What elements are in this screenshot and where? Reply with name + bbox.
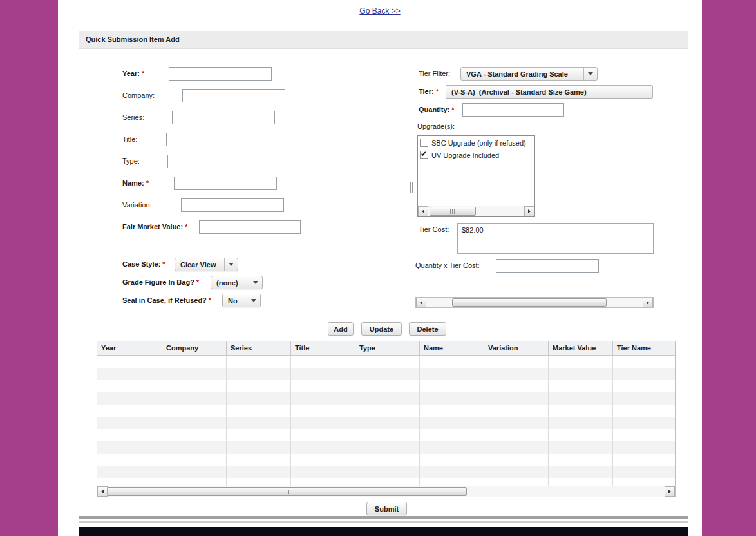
upgrades-listbox[interactable]: SBC Upgrade (only if refused) UV Upgrade… (417, 135, 535, 217)
panel-hscrollbar[interactable] (415, 297, 654, 308)
delete-button[interactable]: Delete (409, 322, 446, 336)
grip-icon (527, 300, 533, 305)
page-title: Quick Submission Item Add (79, 31, 688, 48)
name-label: Name:* (122, 179, 149, 187)
seal-in-case-dropdown[interactable]: No (222, 294, 261, 307)
grade-figure-in-bag-value: (none) (211, 279, 249, 287)
footer-divider (79, 521, 688, 523)
footer-bar (79, 527, 688, 536)
submit-button[interactable]: Submit (366, 502, 407, 515)
title-label: Title: (122, 135, 137, 143)
required-asterisk: * (209, 296, 211, 304)
required-asterisk: * (142, 70, 144, 77)
fair-market-value-input[interactable] (199, 220, 301, 234)
required-asterisk: * (162, 260, 165, 268)
grade-figure-in-bag-label: Grade Figure In Bag?* (122, 278, 199, 286)
tier-filter-value: VGA - Standard Grading Scale (461, 70, 583, 78)
upgrades-label: Upgrade(s): (417, 122, 455, 130)
col-header-title: Title (291, 341, 355, 355)
scrollbar-track[interactable] (108, 486, 665, 497)
tier-cost-label: Tier Cost: (419, 225, 449, 233)
company-input[interactable] (182, 89, 285, 102)
table-column (97, 356, 162, 486)
type-label: Type: (122, 157, 140, 165)
col-header-series: Series (227, 341, 291, 355)
col-header-type: Type (355, 341, 420, 355)
upgrade-option-label: UV Upgrade Included (431, 151, 499, 159)
case-style-label: Case Style:* (122, 260, 165, 268)
name-input[interactable] (174, 177, 277, 190)
table-hscrollbar[interactable] (97, 486, 675, 497)
tier-filter-dropdown[interactable]: VGA - Standard Grading Scale (460, 67, 598, 81)
title-input[interactable] (166, 133, 269, 146)
series-input[interactable] (172, 111, 275, 124)
series-label: Series: (122, 113, 144, 121)
required-asterisk: * (146, 179, 149, 187)
table-column (549, 356, 613, 486)
required-asterisk: * (436, 88, 439, 95)
items-table: Year Company Series Title Type Name Vari… (97, 341, 676, 497)
uv-upgrade-checkbox[interactable] (420, 151, 428, 159)
table-column (484, 356, 549, 486)
chevron-down-icon (247, 294, 260, 307)
grip-icon (450, 209, 456, 214)
scroll-left-arrow-icon[interactable] (97, 486, 108, 497)
listbox-hscrollbar[interactable] (418, 206, 534, 216)
chevron-down-icon (583, 68, 597, 80)
variation-input[interactable] (181, 198, 284, 212)
chevron-down-icon (249, 276, 262, 289)
table-column (420, 356, 484, 486)
col-header-company: Company (162, 341, 227, 355)
required-asterisk: * (196, 278, 199, 286)
col-header-market-value: Market Value (549, 341, 613, 355)
go-back-link[interactable]: Go Back >> (359, 6, 400, 15)
grade-figure-in-bag-dropdown[interactable]: (none) (211, 276, 263, 289)
scrollbar-thumb[interactable] (430, 207, 476, 216)
quantity-x-tier-cost-input[interactable] (496, 259, 599, 273)
col-header-year: Year (97, 341, 162, 355)
table-header: Year Company Series Title Type Name Vari… (97, 341, 675, 356)
year-label: Year:* (122, 70, 144, 77)
update-button[interactable]: Update (361, 322, 402, 336)
scrollbar-track[interactable] (426, 298, 643, 307)
scroll-right-arrow-icon[interactable] (524, 206, 534, 216)
chevron-down-icon (224, 258, 238, 271)
seal-in-case-label: Seal in Case, if Refused?* (122, 296, 211, 304)
upgrade-option-label: SBC Upgrade (only if refused) (431, 139, 526, 147)
quantity-input[interactable] (462, 103, 564, 117)
sbc-upgrade-checkbox[interactable] (420, 139, 428, 147)
go-back-row: Go Back >> (58, 5, 702, 16)
col-header-variation: Variation (484, 341, 549, 355)
scrollbar-thumb[interactable] (108, 487, 467, 496)
year-input[interactable] (169, 67, 272, 81)
scroll-right-arrow-icon[interactable] (643, 298, 653, 307)
tier-cost-display: $82.00 (457, 223, 654, 254)
resize-handle[interactable] (410, 182, 413, 193)
company-label: Company: (122, 91, 155, 99)
variation-label: Variation: (122, 201, 152, 209)
table-column (227, 356, 291, 486)
grip-icon (285, 490, 290, 494)
table-column (355, 356, 420, 486)
table-column (162, 356, 227, 486)
col-header-name: Name (420, 341, 484, 355)
scroll-left-arrow-icon[interactable] (416, 298, 426, 307)
seal-in-case-value: No (223, 297, 247, 305)
tier-value: (V-S-A) (Archival - Standard Size Game) (446, 88, 652, 96)
scroll-left-arrow-icon[interactable] (418, 206, 428, 216)
upgrade-option-uv[interactable]: UV Upgrade Included (418, 148, 534, 160)
add-button[interactable]: Add (328, 322, 354, 336)
table-column (291, 356, 355, 486)
scrollbar-track[interactable] (428, 206, 524, 216)
type-input[interactable] (167, 155, 270, 168)
panel-header: Quick Submission Item Add (79, 31, 688, 49)
scroll-right-arrow-icon[interactable] (665, 486, 675, 497)
tier-dropdown[interactable]: (V-S-A) (Archival - Standard Size Game) (446, 85, 653, 99)
required-asterisk: * (451, 106, 454, 113)
upgrade-option-sbc[interactable]: SBC Upgrade (only if refused) (418, 136, 534, 148)
tier-cost-value: $82.00 (462, 226, 484, 234)
tier-label: Tier:* (419, 88, 439, 95)
scrollbar-thumb[interactable] (452, 298, 607, 307)
case-style-dropdown[interactable]: Clear View (175, 258, 238, 271)
page: Go Back >> Quick Submission Item Add Yea… (0, 0, 756, 536)
